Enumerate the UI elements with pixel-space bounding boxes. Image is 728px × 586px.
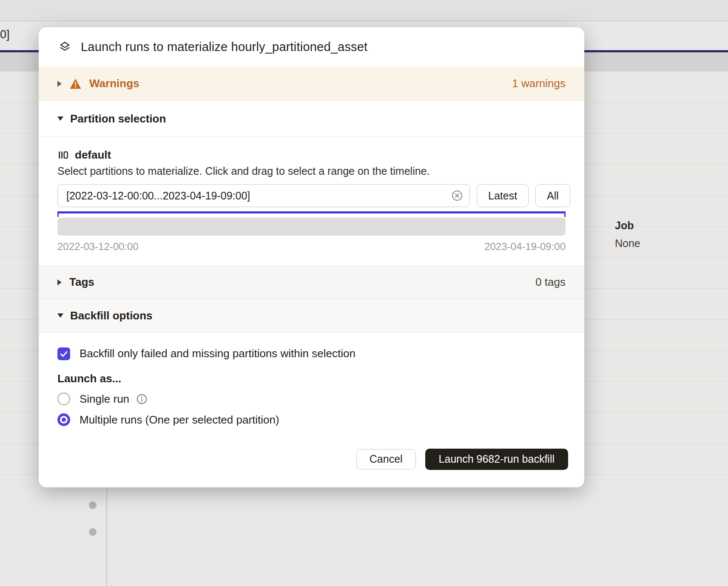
dimension-name: default — [75, 148, 111, 162]
radio-unselected-icon[interactable] — [57, 393, 70, 405]
radio-selected-icon[interactable] — [57, 413, 70, 426]
partition-selection-title: Partition selection — [70, 112, 166, 125]
multiple-runs-label: Multiple runs (One per selected partitio… — [80, 413, 279, 427]
partition-range-input-wrapper — [57, 184, 470, 207]
partition-selection-body: default Select partitions to materialize… — [39, 137, 584, 266]
partition-range-row: Latest All — [57, 184, 566, 207]
partition-timeline[interactable] — [57, 218, 566, 236]
chevron-right-icon — [57, 81, 62, 87]
chevron-down-icon — [57, 313, 63, 318]
all-button[interactable]: All — [535, 184, 570, 207]
background-column-divider — [106, 487, 107, 586]
backfill-options-section-header[interactable]: Backfill options — [39, 299, 584, 333]
backfill-options-title: Backfill options — [70, 309, 153, 322]
chevron-down-icon — [57, 117, 63, 121]
dialog-title: Launch runs to materialize hourly_partit… — [81, 40, 367, 54]
tags-section-header[interactable]: Tags 0 tags — [39, 266, 584, 299]
timeline-labels: 2022-03-12-00:00 2023-04-19-09:00 — [57, 241, 566, 253]
multiple-runs-radio-row[interactable]: Multiple runs (One per selected partitio… — [57, 412, 566, 427]
launch-backfill-button[interactable]: Launch 9682-run backfill — [425, 449, 568, 470]
single-run-label: Single run — [80, 393, 129, 406]
backfill-only-failed-label: Backfill only failed and missing partiti… — [80, 347, 355, 360]
backfill-options-body: Backfill only failed and missing partiti… — [39, 333, 584, 440]
chevron-right-icon — [57, 279, 62, 285]
checkbox-checked-icon[interactable] — [57, 347, 70, 360]
clear-selection-icon[interactable] — [451, 190, 463, 202]
dialog-header: Launch runs to materialize hourly_partit… — [39, 27, 584, 66]
single-run-radio-row[interactable]: Single run — [57, 392, 566, 406]
timeline-start-label: 2022-03-12-00:00 — [57, 241, 139, 253]
tags-count: 0 tags — [535, 276, 566, 289]
launch-as-label: Launch as... — [57, 372, 566, 385]
warnings-label: Warnings — [89, 77, 139, 90]
tags-title: Tags — [69, 276, 94, 289]
layers-icon — [58, 40, 71, 54]
warnings-count: 1 warnings — [512, 77, 566, 90]
cancel-button[interactable]: Cancel — [356, 449, 416, 469]
dimension-row: default — [57, 148, 566, 162]
background-truncated-text: 0] — [0, 28, 10, 41]
partition-selection-section-header[interactable]: Partition selection — [39, 101, 584, 137]
background-top-band — [0, 0, 728, 21]
background-job-value: None — [615, 237, 640, 250]
timeline-selection-bracket — [57, 211, 566, 217]
launch-backfill-dialog: Launch runs to materialize hourly_partit… — [39, 27, 584, 487]
latest-button[interactable]: Latest — [477, 184, 529, 207]
background-timeline-dot — [89, 528, 97, 536]
backfill-only-failed-checkbox-row[interactable]: Backfill only failed and missing partiti… — [57, 347, 566, 360]
background-job-column-header: Job — [615, 219, 634, 232]
warning-triangle-icon — [69, 78, 82, 89]
info-icon[interactable] — [136, 393, 148, 405]
warnings-section-header[interactable]: Warnings 1 warnings — [39, 66, 584, 101]
partition-range-input[interactable] — [57, 184, 470, 207]
partition-selection-description: Select partitions to materialize. Click … — [57, 165, 566, 177]
timeline-end-label: 2023-04-19-09:00 — [484, 241, 566, 253]
partition-icon — [57, 149, 69, 161]
screen: 0] Job None Launch runs to materialize h… — [0, 0, 728, 586]
background-timeline-dot — [89, 501, 97, 509]
dialog-footer: Cancel Launch 9682-run backfill — [39, 440, 584, 487]
